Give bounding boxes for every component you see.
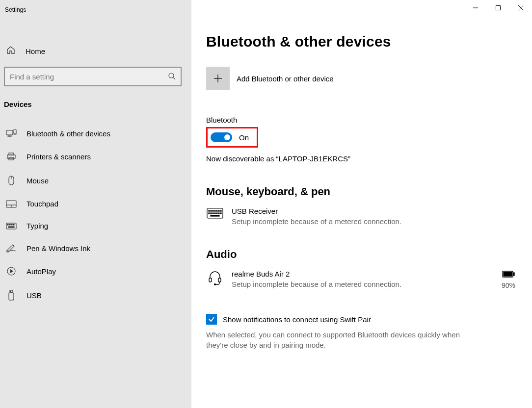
svg-rect-1: [6, 130, 13, 135]
typing-icon: [6, 223, 17, 230]
sidebar-item-bluetooth-devices[interactable]: Bluetooth & other devices: [0, 122, 191, 145]
maximize-button[interactable]: [487, 0, 509, 16]
device-name: realme Buds Air 2: [232, 270, 494, 278]
svg-rect-47: [218, 278, 221, 282]
touchpad-icon: [6, 200, 17, 208]
swift-pair-description: When selected, you can connect to suppor…: [206, 330, 481, 350]
bluetooth-devices-icon: [6, 129, 17, 138]
sidebar-item-label: Bluetooth & other devices: [27, 129, 110, 138]
sidebar-item-label: Pen & Windows Ink: [27, 244, 90, 253]
svg-rect-51: [513, 273, 514, 276]
svg-rect-17: [13, 224, 14, 225]
bluetooth-section-label: Bluetooth: [206, 116, 522, 124]
window-controls: [464, 0, 532, 16]
mouse-icon: [6, 175, 17, 186]
svg-rect-39: [211, 213, 212, 214]
window-title: Settings: [0, 0, 191, 20]
device-status: Setup incomplete because of a metered co…: [232, 280, 494, 288]
svg-rect-40: [213, 213, 213, 214]
sidebar-item-label: Mouse: [27, 177, 49, 185]
autoplay-icon: [6, 266, 17, 276]
close-button[interactable]: [509, 0, 532, 16]
svg-rect-37: [220, 210, 221, 211]
device-status: Setup incomplete because of a metered co…: [232, 217, 522, 226]
svg-rect-2: [8, 136, 11, 136]
usb-icon: [6, 290, 17, 301]
svg-rect-33: [213, 210, 213, 211]
svg-rect-6: [9, 153, 14, 155]
page-title: Bluetooth & other devices: [206, 33, 522, 50]
sidebar-home-label: Home: [26, 47, 45, 55]
pen-icon: [6, 244, 17, 253]
svg-rect-46: [209, 278, 212, 282]
sidebar-item-label: USB: [27, 291, 42, 300]
svg-rect-41: [214, 213, 215, 214]
section-audio: Audio: [206, 248, 522, 261]
svg-rect-50: [504, 272, 512, 276]
svg-rect-14: [7, 224, 8, 225]
svg-rect-36: [218, 210, 219, 211]
printer-icon: [6, 152, 17, 161]
svg-rect-31: [209, 210, 210, 211]
svg-rect-34: [214, 210, 215, 211]
svg-rect-15: [9, 224, 10, 225]
swift-pair-checkbox[interactable]: [206, 314, 217, 325]
svg-rect-38: [209, 213, 210, 214]
main-content: Bluetooth & other devices Add Bluetooth …: [191, 0, 532, 408]
sidebar-item-label: Typing: [27, 222, 48, 230]
svg-rect-18: [8, 227, 14, 228]
swift-pair-label: Show notifications to connect using Swif…: [223, 315, 371, 324]
sidebar-item-pen[interactable]: Pen & Windows Ink: [0, 237, 191, 259]
add-device-label: Add Bluetooth or other device: [237, 75, 334, 83]
svg-rect-16: [11, 224, 12, 225]
sidebar-home[interactable]: Home: [0, 39, 191, 63]
device-name: USB Receiver: [232, 207, 522, 215]
sidebar-item-label: Touchpad: [27, 200, 58, 208]
device-row-usb-receiver[interactable]: USB Receiver Setup incomplete because of…: [206, 207, 522, 226]
battery-icon: [502, 271, 515, 279]
svg-rect-45: [211, 215, 219, 216]
sidebar-nav: Bluetooth & other devices Printers & sca…: [0, 122, 191, 307]
add-device-button[interactable]: Add Bluetooth or other device: [206, 67, 522, 90]
plus-icon: [206, 67, 230, 90]
discoverable-text: Now discoverable as “LAPTOP-JB1EKRCS”: [206, 154, 522, 163]
svg-point-4: [15, 133, 15, 133]
svg-point-0: [169, 73, 174, 78]
svg-rect-21: [9, 293, 14, 300]
sidebar-item-label: AutoPlay: [27, 267, 56, 276]
keyboard-icon: [206, 207, 224, 219]
swift-pair-checkbox-row: Show notifications to connect using Swif…: [206, 314, 522, 325]
sidebar-item-printers[interactable]: Printers & scanners: [0, 145, 191, 168]
device-row-audio[interactable]: realme Buds Air 2 Setup incomplete becau…: [206, 270, 522, 289]
sidebar-item-mouse[interactable]: Mouse: [0, 168, 191, 193]
svg-rect-25: [496, 6, 501, 10]
svg-rect-42: [216, 213, 217, 214]
svg-rect-44: [220, 213, 221, 214]
sidebar-item-label: Printers & scanners: [27, 153, 91, 161]
battery-percentage: 90%: [502, 281, 515, 289]
battery-indicator: 90%: [502, 271, 515, 289]
sidebar-item-usb[interactable]: USB: [0, 283, 191, 307]
svg-rect-5: [7, 155, 15, 158]
sidebar: Settings Home Devices Bluetooth & other …: [0, 0, 191, 408]
svg-rect-32: [211, 210, 212, 211]
svg-rect-35: [216, 210, 217, 211]
sidebar-item-touchpad[interactable]: Touchpad: [0, 193, 191, 215]
svg-rect-43: [218, 213, 219, 214]
svg-rect-20: [10, 290, 13, 293]
section-mouse-keyboard-pen: Mouse, keyboard, & pen: [206, 185, 522, 198]
bluetooth-toggle-highlight: On: [206, 127, 258, 148]
search-icon: [168, 72, 176, 81]
sidebar-item-typing[interactable]: Typing: [0, 215, 191, 237]
home-icon: [6, 45, 16, 57]
headset-icon: [206, 270, 224, 285]
search-input-field[interactable]: [10, 73, 168, 81]
sidebar-item-autoplay[interactable]: AutoPlay: [0, 259, 191, 283]
minimize-button[interactable]: [464, 0, 487, 16]
bluetooth-toggle[interactable]: [211, 132, 232, 142]
svg-point-48: [214, 284, 216, 285]
search-input[interactable]: [4, 67, 182, 86]
sidebar-section-title: Devices: [0, 90, 191, 114]
bluetooth-toggle-state: On: [239, 133, 249, 142]
